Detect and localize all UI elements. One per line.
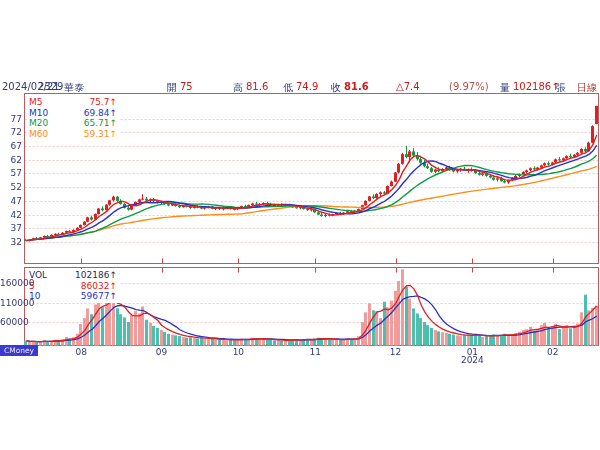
- price-tick-label: 47: [0, 196, 22, 206]
- month-tick-label: 09: [147, 347, 177, 357]
- candlestick-volume-chart: [0, 0, 600, 450]
- year-tick-label: 2024: [457, 355, 487, 365]
- ma-legend-row: M575.7↑: [29, 97, 117, 108]
- vol-legend-row: 586032↑: [29, 281, 117, 292]
- volume-label: 量: [500, 81, 510, 95]
- price-tick-label: 37: [0, 223, 22, 233]
- volume-ma-legend: VOL102186↑586032↑1059677↑: [27, 269, 119, 303]
- ma-legend-name: M5: [29, 97, 43, 108]
- volume-tick-label: 60000: [0, 317, 22, 327]
- month-tick-label: 12: [381, 347, 411, 357]
- volume-tick-label: 160000: [0, 278, 22, 288]
- close-label: 收: [331, 81, 341, 95]
- volume-value: 102186↑: [513, 81, 560, 92]
- ma-legend-value: 69.84↑: [84, 108, 117, 119]
- ma-legend-row: M6059.31↑: [29, 129, 117, 140]
- ma-legend-value: 75.7↑: [89, 97, 117, 108]
- ma-legend-value: 59.31↑: [84, 129, 117, 140]
- quote-header: 2024/02/21 2329 華泰 開 75 高 81.6 低 74.9 收 …: [0, 81, 600, 93]
- price-tick-label: 57: [0, 168, 22, 178]
- ma-legend-name: M60: [29, 129, 48, 140]
- ma-legend-value: 65.71↑: [84, 118, 117, 129]
- price-tick-label: 67: [0, 141, 22, 151]
- month-tick-label: 02: [538, 347, 568, 357]
- ma-legend-row: M1069.84↑: [29, 108, 117, 119]
- month-tick-label: 11: [300, 347, 330, 357]
- vol-legend-value: 86032↑: [81, 281, 117, 292]
- stock-name: 華泰: [64, 81, 84, 95]
- period-daily-selector[interactable]: 日線: [577, 81, 597, 95]
- month-tick-label: 10: [223, 347, 253, 357]
- open-label: 開: [167, 81, 177, 95]
- ma-legend-name: M10: [29, 108, 48, 119]
- low-value: 74.9: [296, 81, 318, 92]
- open-value: 75: [180, 81, 193, 92]
- high-label: 高: [233, 81, 243, 95]
- price-tick-label: 77: [0, 114, 22, 124]
- vol-legend-value: 59677↑: [81, 291, 117, 302]
- close-value: 81.6: [344, 81, 369, 92]
- vol-legend-row: VOL102186↑: [29, 270, 117, 281]
- high-value: 81.6: [246, 81, 268, 92]
- price-tick-label: 32: [0, 237, 22, 247]
- price-tick-label: 42: [0, 210, 22, 220]
- vol-legend-value: 102186↑: [75, 270, 117, 281]
- stock-id: 2329: [38, 81, 63, 92]
- price-tick-label: 62: [0, 155, 22, 165]
- month-tick-label: 08: [66, 347, 96, 357]
- ma-legend-row: M2065.71↑: [29, 118, 117, 129]
- low-label: 低: [283, 81, 293, 95]
- ma-legend: M575.7↑M1069.84↑M2065.71↑M6059.31↑: [27, 96, 119, 140]
- price-tick-label: 72: [0, 127, 22, 137]
- cmoney-watermark-logo: CMoney: [0, 345, 38, 356]
- volume-tick-label: 110000: [0, 298, 22, 308]
- change-value: △7.4: [396, 81, 420, 92]
- volume-unit: 張: [556, 81, 566, 95]
- price-tick-label: 52: [0, 182, 22, 192]
- vol-legend-row: 1059677↑: [29, 291, 117, 302]
- stock-chart-page: 2024/02/21 2329 華泰 開 75 高 81.6 低 74.9 收 …: [0, 0, 600, 450]
- change-percent: (9.97%): [449, 81, 489, 92]
- ma-legend-name: M20: [29, 118, 48, 129]
